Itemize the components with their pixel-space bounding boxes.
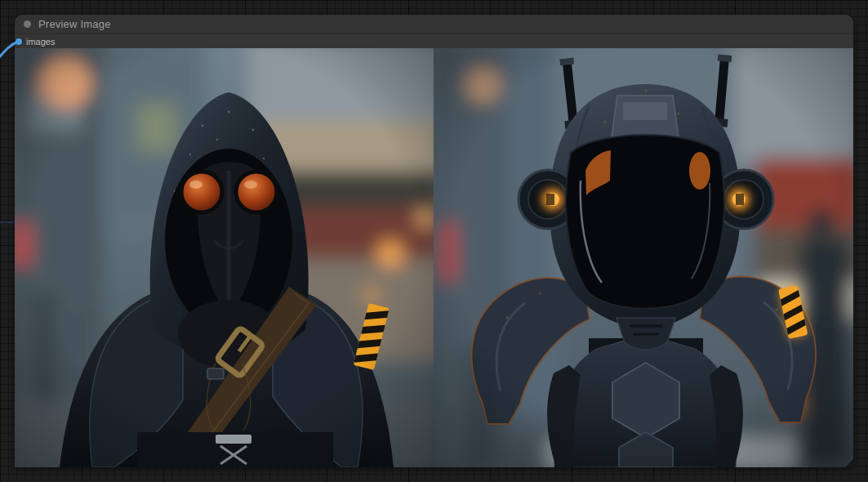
- node-preview-image[interactable]: Preview Image images: [15, 15, 853, 467]
- collapse-dot[interactable]: [24, 20, 31, 28]
- node-title: Preview Image: [38, 18, 111, 30]
- preview-image-2-art: [434, 48, 853, 467]
- background-link-wire[interactable]: [0, 221, 16, 223]
- preview-image-1[interactable]: [15, 48, 434, 467]
- node-title-bar[interactable]: Preview Image: [15, 15, 853, 34]
- resize-handle[interactable]: [845, 459, 853, 467]
- preview-image-grid: [15, 48, 853, 467]
- input-port-images[interactable]: [16, 38, 22, 45]
- preview-image-2[interactable]: [434, 48, 853, 467]
- input-row-images: images: [15, 34, 853, 48]
- node-graph-canvas[interactable]: { "node": { "title": "Preview Image", "i…: [0, 0, 868, 482]
- preview-image-1-art: [15, 48, 434, 467]
